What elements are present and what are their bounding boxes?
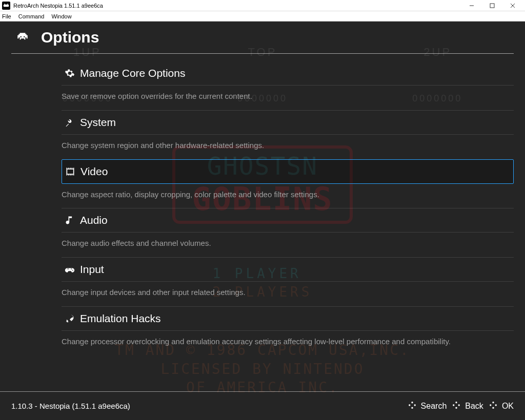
gear-icon [62, 68, 80, 78]
svg-point-10 [411, 407, 413, 408]
svg-point-17 [495, 404, 496, 406]
option-label: Manage Core Options [80, 67, 185, 79]
rocket-icon [62, 313, 80, 324]
option-audio[interactable]: Audio [62, 208, 514, 233]
video-icon [62, 166, 80, 177]
option-manage-core[interactable]: Manage Core Options [62, 61, 514, 86]
option-desc: Save or remove option overrides for the … [62, 86, 514, 109]
dpad-icon [489, 401, 498, 412]
svg-point-9 [414, 404, 415, 406]
content-area: 1UP TOP 2UP 0000000 0000000 0000000 GHOS… [0, 22, 525, 420]
window-title: RetroArch Nestopia 1.51.1 a9ee6ca [13, 3, 461, 9]
svg-point-14 [456, 407, 457, 408]
tools-icon [62, 117, 80, 128]
footer-back-button[interactable]: Back [452, 401, 483, 412]
option-label: Input [80, 263, 104, 276]
svg-point-15 [492, 402, 494, 403]
menu-file[interactable]: File [2, 13, 11, 19]
music-note-icon [62, 215, 80, 225]
svg-rect-4 [490, 4, 494, 8]
svg-rect-0 [4, 4, 9, 7]
dpad-icon [452, 401, 461, 412]
option-desc: Change processor overclocking and emulat… [62, 331, 514, 354]
footer-bar: 1.10.3 - Nestopia (1.51.1 a9ee6ca) Searc… [0, 391, 525, 420]
option-input[interactable]: Input [62, 257, 514, 282]
svg-point-13 [458, 404, 460, 406]
footer-back-label: Back [465, 402, 483, 411]
svg-point-18 [492, 407, 494, 408]
svg-point-12 [453, 404, 454, 406]
window-close-button[interactable] [502, 0, 523, 11]
window-maximize-button[interactable] [482, 0, 502, 11]
svg-rect-2 [7, 4, 8, 5]
option-desc: Change audio effects and channel volumes… [62, 233, 514, 256]
svg-point-11 [456, 402, 457, 403]
option-emulation-hacks[interactable]: Emulation Hacks [62, 306, 514, 331]
option-desc: Change input devices and other input rel… [62, 282, 514, 305]
option-label: Video [80, 165, 108, 178]
gamepad-icon [62, 264, 80, 275]
app-icon [2, 2, 10, 10]
option-label: Audio [80, 214, 108, 226]
window-minimize-button[interactable] [461, 0, 482, 11]
menu-window[interactable]: Window [51, 13, 71, 19]
footer-version: 1.10.3 - Nestopia (1.51.1 a9ee6ca) [11, 402, 130, 410]
page-title: Options [41, 29, 99, 46]
option-label: Emulation Hacks [80, 312, 161, 325]
svg-point-7 [411, 402, 413, 403]
footer-ok-label: OK [502, 402, 514, 411]
option-system[interactable]: System [62, 110, 514, 135]
window-titlebar: RetroArch Nestopia 1.51.1 a9ee6ca [0, 0, 525, 11]
footer-search-label: Search [421, 402, 447, 411]
option-desc: Change system region and other hardware-… [62, 135, 514, 158]
option-video[interactable]: Video [62, 159, 514, 184]
menu-command[interactable]: Command [18, 13, 45, 19]
svg-rect-1 [4, 4, 5, 5]
option-label: System [80, 116, 116, 129]
footer-search-button[interactable]: Search [408, 401, 447, 412]
options-list: Manage Core Options Save or remove optio… [0, 54, 525, 355]
svg-point-8 [409, 404, 410, 406]
page-header: Options [0, 22, 525, 53]
footer-ok-button[interactable]: OK [489, 401, 514, 412]
svg-point-16 [490, 404, 491, 406]
dpad-icon [408, 401, 417, 412]
retroarch-invader-icon [11, 31, 34, 44]
option-desc: Change aspect ratio, display cropping, c… [62, 184, 514, 207]
menubar: File Command Window [0, 11, 525, 22]
